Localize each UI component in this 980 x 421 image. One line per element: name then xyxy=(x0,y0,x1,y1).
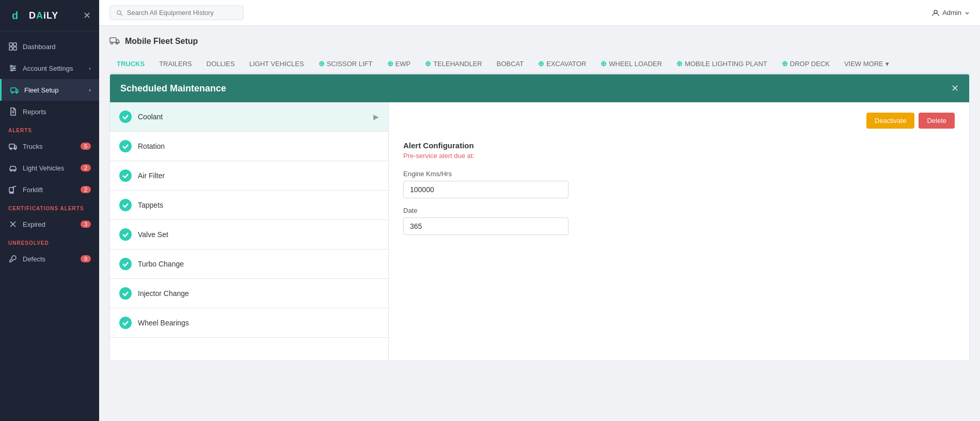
sidebar-item-account-settings[interactable]: Account Settings ‹ xyxy=(0,57,99,79)
wheel-loader-plus-icon: ⊕ xyxy=(600,59,607,68)
coolant-check-icon xyxy=(119,111,132,123)
truck-icon xyxy=(10,85,19,95)
valve-set-label: Valve Set xyxy=(138,230,379,239)
rotation-check-icon xyxy=(119,140,132,152)
file-icon xyxy=(8,107,18,116)
search-wrap[interactable] xyxy=(109,5,244,20)
sidebar-item-fleet-setup[interactable]: Fleet Setup ‹ xyxy=(0,79,99,101)
alert-config-subtitle: Pre-service alert due at: xyxy=(403,152,955,160)
svg-point-21 xyxy=(14,170,15,171)
logo-text: DAiLY xyxy=(29,10,58,21)
search-icon xyxy=(116,9,123,17)
svg-rect-22 xyxy=(9,188,13,192)
svg-point-33 xyxy=(111,42,113,44)
maintenance-item-tappets[interactable]: Tappets xyxy=(110,191,388,220)
fleet-setup-chevron: ‹ xyxy=(89,87,91,93)
svg-point-26 xyxy=(12,192,13,194)
maintenance-item-turbo-change[interactable]: Turbo Change xyxy=(110,250,388,279)
air-filter-check-icon xyxy=(119,169,132,182)
search-input[interactable] xyxy=(127,9,237,17)
tab-mobile-lighting[interactable]: ⊕ MOBILE LIGHTING PLANT xyxy=(669,54,774,74)
date-input[interactable] xyxy=(403,217,568,235)
rotation-label: Rotation xyxy=(138,142,379,150)
turbo-change-label: Turbo Change xyxy=(138,260,379,268)
logo-area: d DAiLY ✕ xyxy=(0,0,99,32)
sidebar-dashboard-label: Dashboard xyxy=(23,43,56,51)
tab-drop-deck[interactable]: ⊕ DROP DECK xyxy=(774,54,837,74)
tappets-label: Tappets xyxy=(138,201,379,209)
maintenance-body: Coolant ▶ Rotation xyxy=(110,102,969,361)
trucks-icon xyxy=(8,142,18,151)
wrench-icon xyxy=(8,254,18,263)
ewp-plus-icon: ⊕ xyxy=(387,59,393,68)
user-name: Admin xyxy=(942,9,961,17)
sidebar-fleet-setup-label: Fleet Setup xyxy=(24,86,59,94)
engine-kms-input[interactable] xyxy=(403,181,568,198)
tab-trailers[interactable]: TRAILERS xyxy=(152,55,199,74)
tab-scissor-lift[interactable]: ⊕ SCISSOR LIFT xyxy=(311,54,380,74)
tab-trucks[interactable]: TRUCKS xyxy=(109,55,152,74)
car-icon xyxy=(8,163,18,173)
maintenance-close-button[interactable]: ✕ xyxy=(951,83,959,94)
unresolved-section-label: UNRESOLVED xyxy=(0,235,99,248)
sidebar-item-reports[interactable]: Reports xyxy=(0,101,99,122)
maintenance-item-rotation[interactable]: Rotation xyxy=(110,132,388,161)
svg-point-25 xyxy=(10,192,11,194)
svg-point-11 xyxy=(11,70,13,71)
svg-point-10 xyxy=(13,68,15,69)
sidebar-item-trucks[interactable]: Trucks 5 xyxy=(0,135,99,157)
sidebar-trucks-label: Trucks xyxy=(23,143,43,150)
sidebar-close-button[interactable]: ✕ xyxy=(83,10,91,21)
svg-rect-2 xyxy=(9,43,12,46)
svg-point-19 xyxy=(14,148,16,150)
svg-rect-32 xyxy=(110,38,116,42)
maintenance-item-coolant[interactable]: Coolant ▶ xyxy=(110,102,388,132)
mobile-lighting-plus-icon: ⊕ xyxy=(676,59,683,68)
tappets-check-icon xyxy=(119,199,132,211)
engine-kms-group: Engine Kms/Hrs xyxy=(403,170,955,198)
sidebar-light-vehicles-label: Light Vehicles xyxy=(23,164,64,172)
svg-point-13 xyxy=(12,92,13,93)
scissor-lift-plus-icon: ⊕ xyxy=(319,59,325,68)
injector-change-label: Injector Change xyxy=(138,289,379,298)
alert-config-actions: Deactivate Delete xyxy=(403,113,955,129)
sidebar-expired-label: Expired xyxy=(23,221,45,228)
main-content: Admin Mobile Fleet Setup TRUCKS TRAILERS xyxy=(99,0,980,421)
tab-ewp[interactable]: ⊕ EWP xyxy=(380,54,418,74)
maintenance-item-valve-set[interactable]: Valve Set xyxy=(110,220,388,250)
engine-kms-label: Engine Kms/Hrs xyxy=(403,170,955,178)
tab-view-more[interactable]: VIEW MORE ▾ xyxy=(837,55,896,74)
deactivate-button[interactable]: Deactivate xyxy=(866,113,914,129)
svg-point-29 xyxy=(117,10,121,14)
sidebar-item-dashboard[interactable]: Dashboard xyxy=(0,36,99,57)
maintenance-header: Scheduled Maintenance ✕ xyxy=(110,74,969,102)
defects-badge: 9 xyxy=(81,255,91,262)
sidebar: d DAiLY ✕ Dashboard Acc xyxy=(0,0,99,421)
svg-rect-12 xyxy=(11,88,16,92)
svg-point-31 xyxy=(934,10,937,13)
maintenance-item-injector-change[interactable]: Injector Change xyxy=(110,279,388,308)
delete-button[interactable]: Delete xyxy=(919,113,955,129)
maintenance-item-air-filter[interactable]: Air Filter xyxy=(110,161,388,191)
tab-dollies[interactable]: DOLLIES xyxy=(199,55,242,74)
tab-bobcat[interactable]: BOBCAT xyxy=(489,55,531,74)
sidebar-item-forklift[interactable]: Forklift 2 xyxy=(0,179,99,200)
sidebar-item-expired[interactable]: Expired 3 xyxy=(0,213,99,235)
page-header-icon xyxy=(109,36,120,46)
turbo-change-check-icon xyxy=(119,258,132,270)
sidebar-item-defects[interactable]: Defects 9 xyxy=(0,248,99,270)
svg-point-9 xyxy=(11,66,12,67)
maintenance-item-wheel-bearings[interactable]: Wheel Bearings xyxy=(110,308,388,338)
sidebar-item-light-vehicles[interactable]: Light Vehicles 2 xyxy=(0,157,99,179)
tab-excavator[interactable]: ⊕ EXCAVATOR xyxy=(531,54,593,74)
tab-light-vehicles[interactable]: LIGHT VEHICLES xyxy=(242,55,311,74)
svg-rect-17 xyxy=(9,144,14,148)
maintenance-list: Coolant ▶ Rotation xyxy=(110,102,389,361)
cert-alerts-section-label: CERTIFICATIONS ALERTS xyxy=(0,200,99,213)
drop-deck-plus-icon: ⊕ xyxy=(782,59,788,68)
grid-icon xyxy=(8,42,18,51)
page-header: Mobile Fleet Setup xyxy=(109,36,970,46)
user-menu[interactable]: Admin xyxy=(932,9,970,17)
tab-telehandler[interactable]: ⊕ TELEHANDLER xyxy=(418,54,489,74)
tab-wheel-loader[interactable]: ⊕ WHEEL LOADER xyxy=(593,54,669,74)
